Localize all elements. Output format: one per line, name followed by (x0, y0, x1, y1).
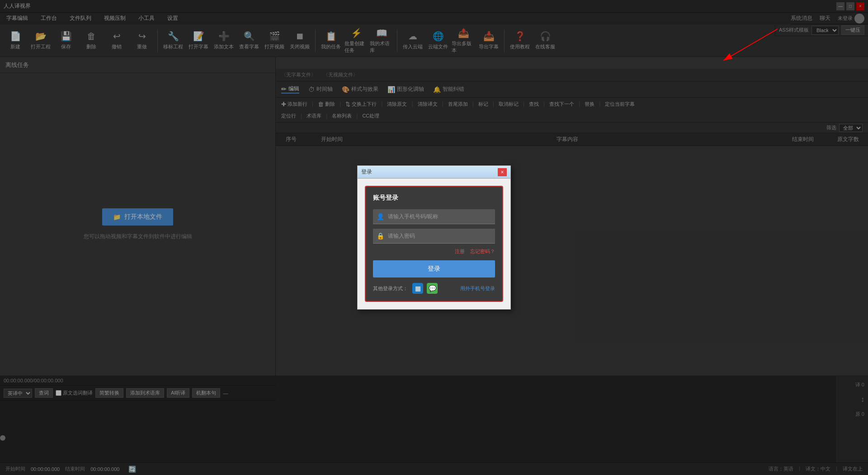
phone-input-row: 👤 (373, 209, 495, 224)
login-box: 账号登录 👤 🔒 注册 忘记密码？ 登录 其他登录方式： ▦ (365, 186, 503, 302)
qr-login-btn[interactable]: ▦ (412, 283, 423, 294)
dialog-body: 账号登录 👤 🔒 注册 忘记密码？ 登录 其他登录方式： ▦ (358, 179, 510, 309)
phone-input[interactable] (388, 213, 491, 220)
other-login-icons: ▦ 💬 (412, 283, 438, 294)
password-input[interactable] (388, 233, 491, 239)
wechat-login-btn[interactable]: 💬 (427, 283, 438, 294)
user-icon: 👤 (377, 213, 384, 220)
password-input-row: 🔒 (373, 229, 495, 244)
dialog-overlay: 登录 × 账号登录 👤 🔒 注册 忘记密码？ 登录 (0, 0, 868, 475)
lock-icon: 🔒 (377, 232, 384, 240)
login-links: 注册 忘记密码？ (373, 248, 495, 255)
other-login-label: 其他登录方式： (373, 285, 408, 292)
other-login-section: 其他登录方式： ▦ 💬 用外手机号登录 (373, 283, 495, 294)
login-dialog: 登录 × 账号登录 👤 🔒 注册 忘记密码？ 登录 (357, 165, 511, 310)
dialog-title: 登录 (361, 168, 498, 176)
register-link[interactable]: 注册 (455, 248, 465, 255)
dialog-close-btn[interactable]: × (498, 168, 507, 176)
phone-login-link[interactable]: 用外手机号登录 (460, 285, 495, 292)
login-section-title: 账号登录 (373, 194, 495, 202)
login-submit-btn[interactable]: 登录 (373, 260, 495, 277)
forgot-password-link[interactable]: 忘记密码？ (470, 248, 495, 255)
dialog-titlebar: 登录 × (358, 166, 510, 179)
